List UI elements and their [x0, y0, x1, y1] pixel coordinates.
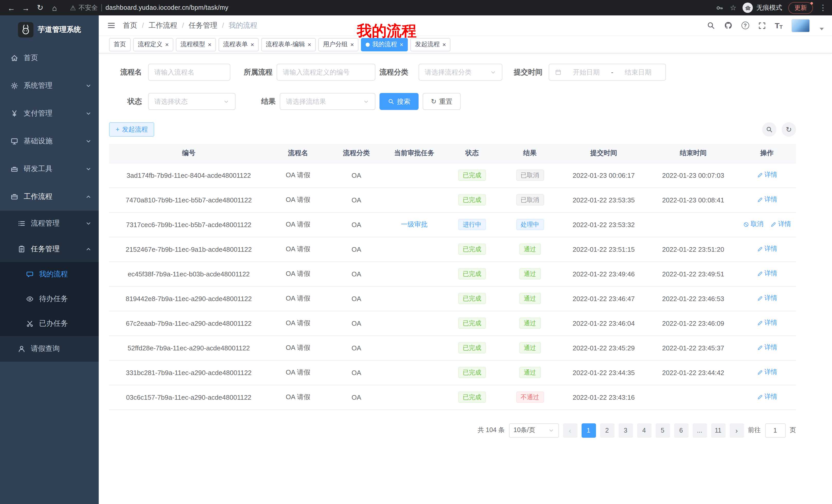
page-button[interactable]: 1 — [581, 423, 596, 438]
detail-link[interactable]: 详情 — [757, 343, 777, 352]
cell-id: ec45f38f-7b9a-11ec-b03b-acde48001122 — [109, 261, 268, 286]
page-button[interactable]: 4 — [637, 423, 651, 438]
search-toggle-button[interactable] — [762, 122, 777, 137]
address-bar[interactable]: ⚠ 不安全 dashboard.yudao.iocoder.cn/bpm/tas… — [70, 3, 228, 12]
chevron-down-icon — [548, 427, 554, 433]
breadcrumb-home[interactable]: 首页 — [123, 21, 144, 30]
tab-close-icon[interactable]: × — [442, 41, 446, 48]
detail-link[interactable]: 详情 — [757, 294, 777, 303]
table-row: 03c6c157-7b9a-11ec-a290-acde48001122 OA … — [109, 385, 796, 410]
date-range-picker[interactable]: 开始日期 - 结束日期 — [549, 64, 666, 81]
sidebar-item-infrastructure[interactable]: 基础设施 — [0, 128, 99, 155]
detail-link[interactable]: 详情 — [757, 393, 777, 401]
detail-link[interactable]: 详情 — [757, 368, 777, 377]
sidebar-item-my-process[interactable]: 我的流程 — [0, 262, 99, 287]
github-icon[interactable] — [724, 21, 732, 30]
cancel-link[interactable]: 取消 — [743, 220, 763, 229]
sidebar-item-payment[interactable]: 支付管理 — [0, 100, 99, 128]
tab-close-icon[interactable]: × — [208, 41, 211, 48]
home-icon[interactable]: ⌂ — [48, 2, 61, 14]
page-button[interactable]: ... — [693, 423, 707, 438]
tab[interactable]: 首页 × — [109, 38, 131, 51]
category-select[interactable]: 请选择流程分类 — [419, 64, 502, 81]
cell-submit-time: 2022-01-22 23:45:29 — [559, 335, 648, 360]
sidebar-item-done-tasks[interactable]: 已办任务 — [0, 311, 99, 336]
search-icon[interactable] — [706, 21, 715, 30]
result-select[interactable]: 请选择流结果 — [280, 93, 375, 110]
detail-link[interactable]: 详情 — [771, 220, 791, 229]
chevron-down-icon[interactable] — [820, 27, 824, 30]
edit-icon — [757, 172, 763, 178]
avatar[interactable] — [791, 19, 810, 32]
fullscreen-icon[interactable] — [758, 21, 766, 30]
process-name-input[interactable] — [148, 64, 230, 81]
detail-link[interactable]: 详情 — [757, 245, 777, 254]
tab[interactable]: 流程表单-编辑 × — [261, 38, 316, 51]
sidebar: 芋道管理系统 首页 系统管理 支付管理 基础设施 — [0, 16, 99, 504]
reset-button[interactable]: ↻ 重置 — [423, 93, 461, 110]
sidebar-item-leave-query[interactable]: 请假查询 — [0, 336, 99, 362]
page-button[interactable]: 2 — [600, 423, 614, 438]
tab[interactable]: 用户分组 × — [318, 38, 358, 51]
bookmark-star-icon[interactable]: ☆ — [730, 4, 736, 12]
detail-link[interactable]: 详情 — [757, 171, 777, 179]
edit-icon — [757, 296, 763, 302]
breadcrumb-workflow[interactable]: 工作流程 — [149, 21, 184, 30]
cell-submit-time: 2022-01-22 23:46:47 — [559, 286, 648, 311]
detail-link[interactable]: 详情 — [757, 195, 777, 204]
page-button[interactable]: 5 — [655, 423, 670, 438]
result-badge: 已取消 — [516, 194, 544, 205]
next-page-button[interactable]: › — [729, 423, 744, 438]
tab-close-icon[interactable]: × — [251, 41, 254, 48]
breadcrumb-task-mgmt[interactable]: 任务管理 — [189, 21, 224, 30]
page-size-select[interactable]: 10条/页 — [509, 423, 559, 438]
tab[interactable]: 流程模型 × — [176, 38, 216, 51]
sidebar-item-process-mgmt[interactable]: 流程管理 — [0, 211, 99, 236]
cell-submit-time: 2022-01-22 23:49:46 — [559, 261, 648, 286]
tab-close-icon[interactable]: × — [308, 41, 311, 48]
cell-category: OA — [328, 286, 385, 311]
prev-page-button[interactable]: ‹ — [563, 423, 577, 438]
forward-icon[interactable]: → — [20, 2, 32, 14]
search-button[interactable]: 搜索 — [380, 93, 419, 110]
status-select[interactable]: 请选择状态 — [148, 93, 235, 110]
tab[interactable]: 流程定义 × — [133, 38, 173, 51]
reload-icon[interactable]: ↻ — [34, 2, 46, 14]
sidebar-item-workflow[interactable]: 工作流程 — [0, 183, 99, 211]
tab-close-icon[interactable]: × — [165, 41, 169, 48]
font-size-icon[interactable]: TT — [775, 21, 783, 30]
help-icon[interactable]: ? — [741, 22, 749, 29]
sidebar-item-task-mgmt[interactable]: 任务管理 — [0, 236, 99, 262]
page-button[interactable]: 11 — [711, 423, 725, 438]
key-icon[interactable] — [716, 4, 724, 11]
tab[interactable]: 流程表单 × — [218, 38, 259, 51]
create-process-button[interactable]: + 发起流程 — [109, 122, 155, 137]
tab-close-icon[interactable]: × — [399, 41, 403, 48]
url-text[interactable]: dashboard.yudao.iocoder.cn/bpm/task/my — [105, 4, 228, 11]
cell-name: OA 请假 — [268, 163, 328, 188]
process-id-input[interactable] — [277, 64, 375, 81]
task-link[interactable]: 一级审批 — [401, 220, 427, 228]
sidebar-item-system[interactable]: 系统管理 — [0, 72, 99, 100]
sidebar-item-todo-tasks[interactable]: 待办任务 — [0, 287, 99, 311]
goto-page-input[interactable] — [765, 423, 785, 438]
detail-link[interactable]: 详情 — [757, 319, 777, 328]
sidebar-item-home[interactable]: 首页 — [0, 44, 99, 72]
monitor-icon — [10, 137, 19, 145]
sidebar-item-devtools[interactable]: 研发工具 — [0, 155, 99, 183]
result-badge: 处理中 — [516, 219, 544, 230]
cell-name: OA 请假 — [268, 385, 328, 410]
hamburger-icon[interactable] — [107, 21, 116, 30]
chrome-menu-icon[interactable]: ⋮ — [819, 3, 827, 12]
page-button[interactable]: 3 — [618, 423, 633, 438]
back-icon[interactable]: ← — [5, 2, 18, 14]
page-button[interactable]: 6 — [674, 423, 688, 438]
refresh-button[interactable]: ↻ — [782, 122, 796, 137]
update-button[interactable]: 更新 — [788, 2, 813, 13]
tab-close-icon[interactable]: × — [350, 41, 354, 48]
detail-link[interactable]: 详情 — [757, 270, 777, 278]
security-chip[interactable]: ⚠ 不安全 — [70, 3, 98, 12]
start-date-placeholder[interactable]: 开始日期 — [565, 67, 608, 77]
col-id: 编号 — [109, 144, 268, 163]
end-date-placeholder[interactable]: 结束日期 — [616, 67, 660, 77]
